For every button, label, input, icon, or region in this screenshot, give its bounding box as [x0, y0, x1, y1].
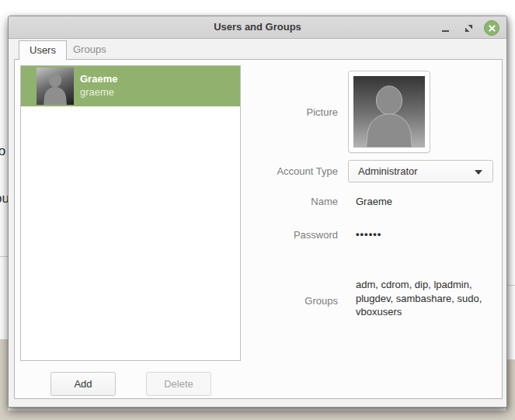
chevron-down-icon	[475, 170, 482, 175]
delete-button[interactable]: Delete	[146, 372, 211, 396]
background-divider	[0, 256, 8, 257]
minimize-button[interactable]	[437, 19, 454, 36]
tab-bar: Users Groups	[9, 39, 506, 59]
desktop-strip	[0, 339, 8, 420]
user-item-username: graeme	[80, 86, 114, 98]
background-text-fragment: fo	[0, 144, 5, 159]
minimize-icon	[442, 30, 449, 32]
close-button[interactable]	[483, 19, 500, 36]
user-avatar-thumbnail	[37, 68, 74, 105]
titlebar[interactable]: Users and Groups	[9, 16, 506, 39]
user-list: Graeme graeme	[20, 65, 241, 361]
name-value[interactable]: Graeme	[356, 196, 392, 207]
account-type-selected-value: Administrator	[358, 165, 418, 177]
users-and-groups-window: Users and Groups	[8, 16, 507, 408]
desktop-strip	[0, 411, 515, 420]
screen: fo ou Users and Groups	[0, 0, 515, 420]
window-title: Users and Groups	[9, 21, 506, 33]
person-silhouette-icon	[37, 68, 74, 105]
person-silhouette-icon	[353, 76, 425, 148]
users-tab-content: Graeme graeme Add Delete Picture Account…	[14, 59, 503, 399]
tab-groups-label: Groups	[73, 43, 106, 55]
close-icon	[484, 20, 499, 36]
groups-value[interactable]: adm, cdrom, dip, lpadmin, plugdev, samba…	[356, 278, 510, 319]
tab-users-label: Users	[30, 44, 56, 56]
groups-label: Groups	[229, 295, 338, 307]
password-label: Password	[229, 229, 338, 241]
password-value[interactable]: ••••••	[356, 228, 381, 240]
picture-button[interactable]	[348, 71, 430, 153]
unmaximize-button[interactable]	[460, 19, 477, 36]
name-label: Name	[229, 196, 338, 207]
user-avatar-large	[353, 76, 425, 148]
tab-users[interactable]: Users	[19, 40, 67, 60]
tab-groups[interactable]: Groups	[63, 40, 117, 60]
picture-label: Picture	[229, 106, 338, 118]
account-type-label: Account Type	[229, 165, 338, 177]
account-type-dropdown[interactable]: Administrator	[348, 160, 493, 182]
user-item-name: Graeme	[80, 73, 117, 85]
unmaximize-icon	[465, 24, 473, 33]
add-button[interactable]: Add	[50, 372, 116, 396]
user-list-item-graeme[interactable]: Graeme graeme	[21, 66, 240, 106]
